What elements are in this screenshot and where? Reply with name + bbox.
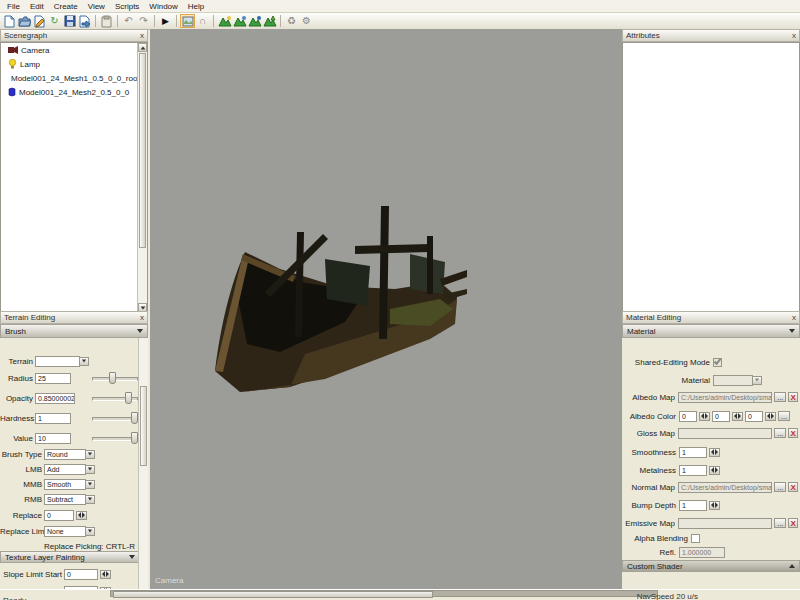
terrain-raise-icon[interactable] [217,14,232,28]
menu-edit[interactable]: Edit [25,2,49,11]
reload-icon[interactable]: ↻ [47,14,62,28]
close-icon[interactable]: x [792,32,796,40]
paste-icon[interactable] [99,14,114,28]
chevron-down-icon[interactable] [85,480,95,489]
section-material[interactable]: Material [622,324,800,338]
radius-slider[interactable] [92,372,138,384]
mmb-select[interactable]: Smooth [44,479,86,490]
alpha-blending-checkbox[interactable] [691,534,700,543]
section-brush[interactable]: Brush [0,324,148,338]
radius-input[interactable]: 25 [35,373,71,384]
albedo-color-b[interactable]: 0 [745,411,763,422]
open-file-icon[interactable] [17,14,32,28]
rmb-select[interactable]: Subtract [44,494,86,505]
opacity-slider[interactable] [92,392,138,404]
albedo-map-clear-button[interactable]: X [788,392,798,402]
stepper-icon[interactable] [709,501,720,510]
albedo-color-g[interactable]: 0 [712,411,730,422]
snapshot-icon[interactable] [180,14,195,28]
undo-icon[interactable]: ↶ [121,14,136,28]
tree-item-lamp[interactable]: Lamp [1,57,147,71]
menu-file[interactable]: File [2,2,25,11]
new-file-icon[interactable] [2,14,17,28]
stepper-icon[interactable] [709,466,720,475]
tree-item-label: Model001_24_Mesh1_0.5_0_0_root_root [11,74,148,83]
chevron-down-icon[interactable] [79,357,89,366]
gloss-map-clear-button[interactable]: X [788,428,798,438]
section-texture-layer-painting[interactable]: Texture Layer Painting [0,551,140,563]
edit-scene-icon[interactable] [32,14,47,28]
hardness-input[interactable]: 1 [35,413,71,424]
close-icon[interactable]: x [140,32,144,40]
recycle-icon[interactable]: ♻ [284,14,299,28]
menu-help[interactable]: Help [183,2,209,11]
value-slider[interactable] [92,432,138,444]
emissive-map-clear-button[interactable]: X [788,518,798,528]
smoothness-input[interactable]: 1 [679,447,707,458]
redo-icon[interactable]: ↷ [136,14,151,28]
tree-item-mesh2[interactable]: Model001_24_Mesh2_0.5_0_0 [1,85,147,99]
metalness-input[interactable]: 1 [679,465,707,476]
terrain-panel-scrollbar[interactable] [138,338,148,592]
replace-input[interactable]: 0 [44,510,74,521]
scrollbar-thumb[interactable] [139,53,146,248]
shared-editing-checkbox[interactable] [713,358,722,367]
bump-depth-input[interactable]: 1 [679,500,707,511]
normal-map-browse-button[interactable]: ... [774,482,786,492]
lamp-icon [8,59,17,69]
close-icon[interactable]: x [140,314,144,322]
hardness-slider[interactable] [92,412,138,424]
normal-map-clear-button[interactable]: X [788,482,798,492]
terrain-smooth-icon[interactable] [247,14,262,28]
stepper-icon[interactable] [765,412,776,421]
scrollbar-thumb[interactable] [113,591,433,598]
value-input[interactable]: 10 [35,433,71,444]
chevron-down-icon[interactable] [85,527,95,536]
close-icon[interactable]: x [792,314,796,322]
albedo-map-browse-button[interactable]: ... [774,392,786,402]
albedo-color-picker-button[interactable]: ... [778,411,790,421]
menu-create[interactable]: Create [49,2,83,11]
chevron-down-icon[interactable] [85,450,95,459]
terrain-paint-icon[interactable] [232,14,247,28]
scrollbar-thumb[interactable] [140,386,147,466]
gloss-map-browse-button[interactable]: ... [774,428,786,438]
replace-picking-note: Replace Picking: CRTL-R [44,542,135,551]
scenegraph-scrollbar[interactable] [137,43,147,312]
export-file-icon[interactable] [77,14,92,28]
stepper-icon[interactable] [732,412,743,421]
save-file-icon[interactable] [62,14,77,28]
section-custom-shader-label: Custom Shader [627,562,683,571]
chevron-down-icon[interactable] [752,376,762,385]
menu-scripts[interactable]: Scripts [110,2,144,11]
stepper-icon[interactable] [699,412,710,421]
emissive-map-browse-button[interactable]: ... [774,518,786,528]
tree-item-camera[interactable]: Camera [1,43,147,57]
stepper-icon[interactable] [709,448,720,457]
tree-item-mesh1[interactable]: Model001_24_Mesh1_0.5_0_0_root_root [1,71,147,85]
viewport-3d[interactable]: Camera [150,29,622,589]
albedo-color-r[interactable]: 0 [679,411,697,422]
chevron-down-icon[interactable] [85,495,95,504]
slope-limit-start-input[interactable]: 0 [64,569,98,580]
horizontal-scrollbar[interactable] [110,590,658,597]
boat-model[interactable] [205,194,467,404]
terrain-select[interactable] [35,356,80,367]
refl-input[interactable]: 1.000000 [679,547,725,558]
chevron-down-icon[interactable] [85,465,95,474]
lmb-select[interactable]: Add [44,464,86,475]
section-custom-shader[interactable]: Custom Shader [622,560,800,572]
menu-window[interactable]: Window [144,2,182,11]
material-select[interactable] [713,375,753,386]
settings-icon[interactable]: ⚙ [299,14,314,28]
terrain-foliage-icon[interactable] [262,14,277,28]
opacity-input[interactable]: 0.85000002 [35,393,75,404]
play-icon[interactable]: ▶ [158,14,173,28]
replace-limit-select[interactable]: None [44,526,86,537]
stepper-icon[interactable] [100,570,111,579]
magnet-icon[interactable]: ∩ [195,14,210,28]
brush-type-select[interactable]: Round [44,449,86,460]
stepper-icon[interactable] [76,511,87,520]
menu-view[interactable]: View [83,2,110,11]
value-label: Value [0,434,33,443]
